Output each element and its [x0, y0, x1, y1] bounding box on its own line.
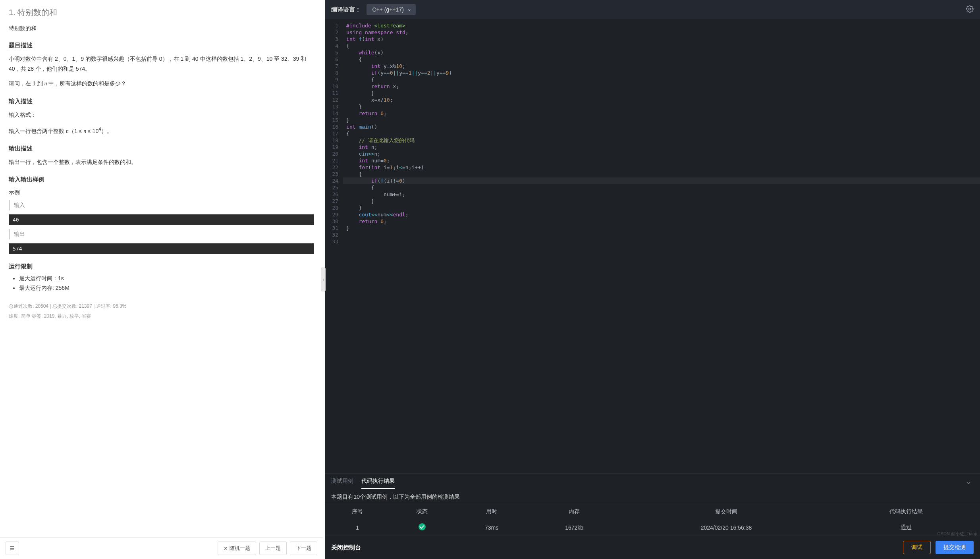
language-select-value: C++ (g++17)	[372, 6, 403, 13]
table-row: 1 73ms 1672kb 2024/02/20 16:56:38 通过	[325, 519, 980, 536]
submit-button[interactable]: 提交检测	[936, 541, 974, 554]
splitter-handle-icon[interactable]: ‹	[321, 268, 326, 291]
cell-status	[390, 519, 455, 536]
chevron-down-icon[interactable]	[965, 479, 972, 488]
results-description: 本题目有10个测试用例，以下为全部用例的检测结果	[325, 489, 980, 504]
prev-problem-button[interactable]: 上一题	[259, 542, 287, 555]
cell-time: 73ms	[455, 519, 529, 536]
heading-sample: 输入输出样例	[9, 176, 314, 183]
input-format-label: 输入格式：	[9, 110, 314, 120]
cell-result[interactable]: 通过	[833, 519, 980, 536]
problem-subtitle: 特别数的和	[9, 25, 314, 32]
check-circle-icon	[419, 523, 426, 530]
input-format: 输入一行包含两个整数 n（1 ≤ n ≤ 104）。	[9, 125, 314, 136]
io-output-label: 输出	[9, 229, 314, 239]
cell-index: 1	[325, 519, 390, 536]
line-number-gutter: 1234567891011121314151617181920212223242…	[325, 19, 343, 473]
desc-paragraph-1: 小明对数位中含有 2、0、1、9 的数字很感兴趣（不包括前导 0），在 1 到 …	[9, 54, 314, 74]
col-time: 用时	[455, 504, 529, 519]
code-editor[interactable]: 1234567891011121314151617181920212223242…	[325, 19, 980, 473]
sample-output: 574	[9, 243, 314, 254]
results-table: 序号 状态 用时 内存 提交时间 代码执行结果 1 73ms 1672kb 20…	[325, 504, 980, 536]
heading-limits: 运行限制	[9, 263, 314, 270]
heading-output: 输出描述	[9, 145, 314, 152]
limit-mem: 最大运行内存: 256M	[19, 285, 314, 292]
language-select[interactable]: C++ (g++17)	[367, 4, 415, 15]
cell-submit-time: 2024/02/20 16:56:38	[620, 519, 833, 536]
problem-list-button[interactable]	[6, 542, 19, 555]
debug-button[interactable]: 调试	[903, 541, 931, 554]
col-submit-time: 提交时间	[620, 504, 833, 519]
col-index: 序号	[325, 504, 390, 519]
language-label: 编译语言：	[331, 6, 361, 13]
heading-input: 输入描述	[9, 98, 314, 105]
shuffle-icon: ✕	[224, 546, 228, 551]
close-console-button[interactable]: 关闭控制台	[331, 544, 361, 551]
stats-line-2: 难度: 简单 标签: 2019, 暴力, 枚举, 省赛	[9, 313, 314, 320]
heading-desc: 题目描述	[9, 42, 314, 49]
desc-paragraph-2: 请问，在 1 到 n 中，所有这样的数的和是多少？	[9, 79, 314, 89]
output-format: 输出一行，包含一个整数，表示满足条件的数的和。	[9, 157, 314, 167]
sample-input: 40	[9, 214, 314, 225]
col-status: 状态	[390, 504, 455, 519]
tab-results[interactable]: 代码执行结果	[361, 478, 395, 489]
cell-mem: 1672kb	[529, 519, 620, 536]
gear-icon[interactable]	[966, 5, 974, 14]
random-problem-label: 随机一题	[230, 545, 250, 552]
col-result: 代码执行结果	[833, 504, 980, 519]
limit-time: 最大运行时间：1s	[19, 275, 314, 282]
code-content[interactable]: #include <iostream>using namespace std;i…	[343, 19, 980, 473]
problem-panel: 1. 特别数的和 特别数的和 题目描述 小明对数位中含有 2、0、1、9 的数字…	[0, 0, 323, 537]
random-problem-button[interactable]: ✕ 随机一题	[218, 542, 256, 555]
problem-title: 1. 特别数的和	[9, 7, 314, 18]
sample-label: 示例	[9, 189, 314, 196]
io-input-label: 输入	[9, 200, 314, 210]
next-problem-button[interactable]: 下一题	[290, 542, 317, 555]
tab-test-cases[interactable]: 测试用例	[331, 478, 353, 489]
svg-point-0	[969, 8, 971, 10]
list-icon	[9, 545, 15, 551]
stats-line-1: 总通过次数: 20604 | 总提交次数: 21397 | 通过率: 96.3%	[9, 303, 314, 310]
panel-splitter[interactable]: ‹	[323, 0, 325, 559]
col-mem: 内存	[529, 504, 620, 519]
